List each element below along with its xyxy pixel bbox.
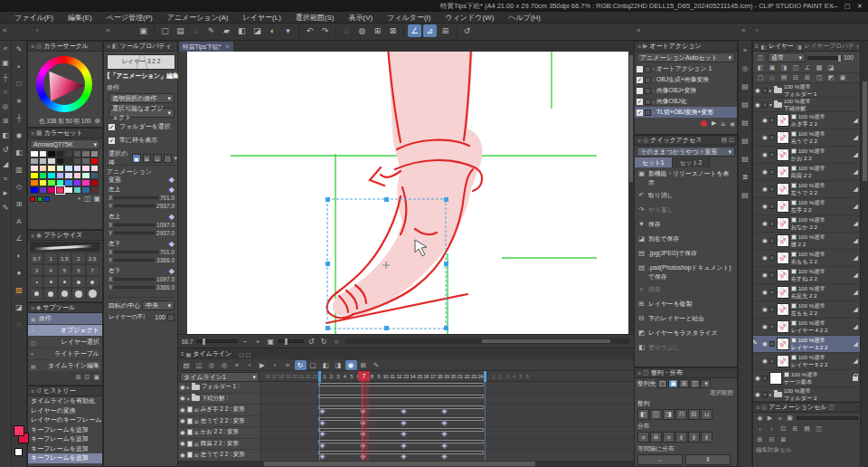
clip-duration-bar[interactable] <box>318 395 484 398</box>
delete-subtool-icon[interactable]: ▣ <box>93 374 99 381</box>
layer-name[interactable]: レイヤー 5 2 2 <box>791 361 828 367</box>
eye-icon[interactable]: ◉ <box>762 186 768 193</box>
cel-checkbox[interactable] <box>769 152 775 157</box>
correct-line-tool-icon[interactable]: ✎ <box>0 200 11 214</box>
cel-checkbox[interactable] <box>769 272 775 278</box>
onion-skin-settings-icon[interactable]: ◉ <box>755 414 765 423</box>
zoom-tool-icon[interactable]: ◎ <box>0 99 11 113</box>
new-vector-layer-icon[interactable]: ◇ <box>767 74 778 82</box>
palette-swatch[interactable] <box>81 179 90 186</box>
layer-name[interactable]: レイヤー 4 2 2 <box>791 327 828 333</box>
eye-icon[interactable]: ◉ <box>762 306 768 313</box>
skip-start-icon[interactable]: « <box>231 360 243 370</box>
palette-swatch[interactable] <box>64 157 73 165</box>
brush-size-cell[interactable]: 7 <box>86 264 99 276</box>
layer-name[interactable]: おなか 2 2 <box>791 224 817 230</box>
layer-row[interactable]: ◉ 100 %通常 みぎ手 2 2 ◢ <box>753 112 860 129</box>
layer-name[interactable]: 両肩 2 2 <box>791 172 812 178</box>
action-checkbox[interactable]: ✓ <box>637 77 643 83</box>
layer-row[interactable]: ◉ 100 %通常 右すね 2 2 ◢ <box>753 267 860 284</box>
palette-swatch[interactable] <box>56 165 65 172</box>
panel-menu-icon[interactable]: ≡ <box>31 233 34 239</box>
clip-duration-bar[interactable] <box>318 428 484 432</box>
expand-keyframe-icon[interactable]: ⊞ <box>194 441 199 447</box>
frame-number[interactable]: 20 <box>291 371 298 382</box>
palette-swatch[interactable] <box>39 157 48 165</box>
timeline-track[interactable]: ◉ ⊞ 右うで 2 2 : 変形 <box>178 416 634 428</box>
layer-thumbnail[interactable] <box>777 303 789 316</box>
frame-number[interactable]: 1 <box>490 371 497 382</box>
cel-checkbox[interactable] <box>769 358 775 364</box>
expand-icon[interactable]: ▸ <box>769 87 772 93</box>
transparent-area-select[interactable]: 透明箇所の操作▾ <box>108 93 175 103</box>
balloon-tool-icon[interactable]: ◌ <box>12 316 26 333</box>
palette-swatch[interactable] <box>73 172 82 179</box>
brush-size-cell[interactable] <box>58 288 71 300</box>
auto-action-obj-gen[interactable]: ✓ › OBJ生成+画像変換 <box>635 74 737 85</box>
panel-tab-label[interactable]: オートアクション <box>649 42 701 51</box>
panel-tab-label[interactable]: カラーセット <box>44 129 83 138</box>
opacity-keyframe-icon[interactable] <box>167 314 175 321</box>
zoom-slider[interactable] <box>196 339 238 343</box>
selectable-object-select[interactable]: 選択可能なオブジェクト▾ <box>108 108 175 118</box>
layer-row[interactable]: ◉ 100 %通常 レイヤー 4 2 2 ◢ <box>753 319 860 336</box>
material-folder-icon[interactable]: ▤ <box>739 95 751 113</box>
frame-number[interactable]: 16 <box>264 371 271 382</box>
layer-row[interactable]: ◉ 100 %通常 右足先 2 2 ◢ <box>753 284 860 301</box>
qa-tab-set2[interactable]: セット2 <box>673 157 711 167</box>
frame-number[interactable]: 16 <box>423 371 430 382</box>
brush-size-cell[interactable]: 3 <box>30 264 43 276</box>
eye-icon[interactable]: ◉ <box>762 168 768 176</box>
canvas-hscrollbar[interactable] <box>344 338 630 344</box>
next-cel-icon[interactable]: › <box>767 424 777 434</box>
palette-swatch[interactable] <box>64 186 73 194</box>
delete-layer-icon[interactable]: ▣ <box>837 74 848 82</box>
palette-swatch[interactable] <box>90 186 99 194</box>
text-tool-icon[interactable]: A <box>12 213 26 230</box>
cel-checkbox[interactable] <box>762 392 768 397</box>
combine-layer-icon[interactable]: ⊞ <box>802 74 813 82</box>
expand-color-icon[interactable]: ⊕ <box>94 117 100 125</box>
expand-keyframe-icon[interactable]: ⊞ <box>194 429 199 435</box>
history-item[interactable]: キーフレームを追加 <box>28 434 102 444</box>
layer-thumbnail[interactable] <box>777 252 789 264</box>
clip-below-icon[interactable]: ◪ <box>826 64 836 72</box>
rotate-right-icon[interactable]: ↻ <box>319 338 329 346</box>
align-target-canvas-icon[interactable]: ▢ <box>657 379 667 388</box>
minimize-button[interactable]: — <box>828 0 841 12</box>
palette-swatch[interactable] <box>47 186 56 194</box>
panel-menu-icon[interactable]: ≡ <box>637 138 641 144</box>
palette-swatch[interactable] <box>47 172 56 179</box>
layer-row[interactable]: ◉ 100 %通常 両肩 2 2 ◢ <box>753 164 860 181</box>
layer-name[interactable]: フォルダー 1 <box>784 91 817 97</box>
layer-name[interactable]: ゲージ基本 <box>784 378 812 385</box>
frame-number[interactable]: 9 <box>375 371 382 382</box>
palette-swatch[interactable] <box>30 179 39 186</box>
layer-name[interactable]: みぎ手 2 2 <box>791 120 817 127</box>
eye-icon[interactable]: ◉ <box>755 375 760 382</box>
brush-size-cell[interactable] <box>43 276 57 288</box>
dropdown-arrow-icon[interactable]: ▾ <box>281 24 295 37</box>
frame-number[interactable]: 10 <box>382 371 390 382</box>
gradient-tool-icon[interactable]: ▥ <box>12 161 26 178</box>
blend-mode-select[interactable]: 通常▾ <box>768 52 806 62</box>
material-folder-icon[interactable]: ▤ <box>739 149 751 167</box>
tab-layer-property[interactable]: レイヤープロパティ <box>805 42 860 51</box>
subtool-timeline-ed[interactable]: ▤タイムライン編集 <box>28 360 102 372</box>
brush-size-cell[interactable]: 6 <box>71 264 85 276</box>
action-checkbox[interactable]: ✓ <box>637 110 643 116</box>
layer-row[interactable]: ◉ 100 %通常 レイヤー 5 2 2 ◢ <box>753 353 860 370</box>
main-color-swatch[interactable] <box>14 425 24 436</box>
brush-icon[interactable]: ▰ <box>220 24 233 37</box>
layer-name[interactable]: フォルダー 2 <box>784 395 817 401</box>
collapse-panel-icon[interactable]: » <box>637 26 640 34</box>
eraser-tool-icon[interactable]: ◪ <box>12 299 26 316</box>
cel-checkbox[interactable] <box>769 238 775 243</box>
keyframe-badge-icon[interactable]: ◢ <box>854 237 858 244</box>
eraser-icon[interactable]: ◪ <box>250 24 264 37</box>
auto-action-set-select[interactable]: アニメーションAutoセット▾ <box>637 52 735 62</box>
layer-row[interactable]: ◉ 100 %通常 腰 2 2 ◢ <box>753 233 860 250</box>
eye-icon[interactable]: ◉ <box>762 151 768 158</box>
frame-number[interactable]: 20 <box>450 371 458 382</box>
layer-name[interactable]: レイヤー 3 2 2 <box>791 344 828 350</box>
